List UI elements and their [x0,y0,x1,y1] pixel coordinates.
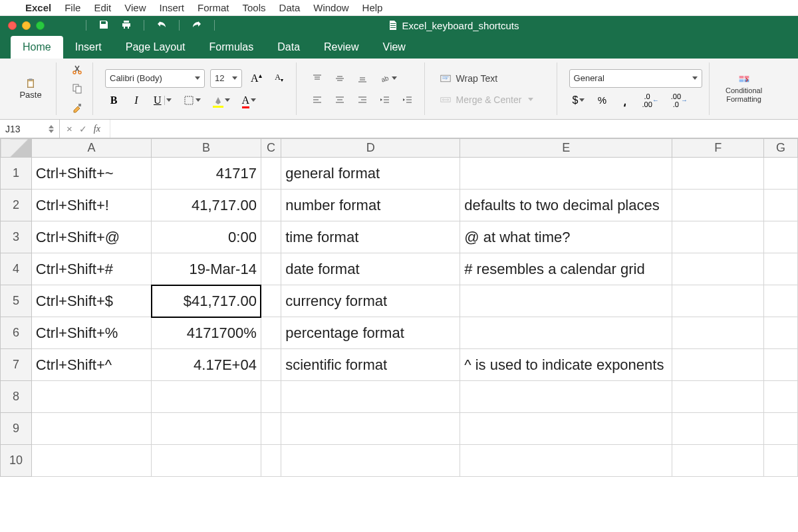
cell-G8[interactable] [763,381,797,413]
row-header-9[interactable]: 9 [1,413,32,445]
align-bottom-button[interactable] [354,70,371,87]
cell-F4[interactable] [672,253,764,285]
paste-button[interactable]: Paste [12,77,49,100]
col-header-G[interactable]: G [763,139,797,158]
cell-D6[interactable]: percentage format [281,317,460,349]
close-icon[interactable] [8,21,17,30]
mac-menu-window[interactable]: Window [313,2,348,13]
col-header-D[interactable]: D [281,139,460,158]
cell-B2[interactable]: 41,717.00 [152,190,261,221]
cancel-formula-icon[interactable]: × [66,123,72,134]
tab-view[interactable]: View [371,36,418,59]
cell-E2[interactable]: defaults to two decimal places [460,190,672,221]
cell-B5[interactable]: $41,717.00 [152,285,261,317]
cell-C1[interactable] [261,158,281,190]
enter-formula-icon[interactable]: ✓ [79,124,87,134]
mac-menu-app[interactable]: Excel [25,2,51,13]
accounting-format-button[interactable]: $ [569,92,589,109]
mac-menu-insert[interactable]: Insert [159,2,184,13]
cell-G10[interactable] [763,445,797,477]
cell-G9[interactable] [763,413,797,445]
cell-E3[interactable]: @ at what time? [460,221,672,253]
row-header-7[interactable]: 7 [1,349,32,381]
cell-F8[interactable] [672,381,764,413]
row-header-5[interactable]: 5 [1,285,32,317]
cell-E9[interactable] [460,413,672,445]
cell-A8[interactable] [31,381,152,413]
align-left-button[interactable] [309,91,326,108]
cell-D9[interactable] [281,413,460,445]
cell-C9[interactable] [261,413,281,445]
row-header-3[interactable]: 3 [1,221,32,253]
cell-B3[interactable]: 0:00 [152,221,261,253]
cell-A4[interactable]: Ctrl+Shift+# [31,253,152,285]
align-middle-button[interactable] [331,70,348,87]
minimize-icon[interactable] [22,21,31,30]
formula-input[interactable] [110,120,798,138]
cell-E10[interactable] [460,445,672,477]
select-all-corner[interactable] [1,139,32,158]
row-header-10[interactable]: 10 [1,445,32,477]
cell-C3[interactable] [261,221,281,253]
cell-G2[interactable] [763,190,797,221]
mac-menu-view[interactable]: View [124,2,146,13]
cell-C10[interactable] [261,445,281,477]
fx-icon[interactable]: fx [94,124,100,134]
col-header-C[interactable]: C [261,139,281,158]
cell-C4[interactable] [261,253,281,285]
align-right-button[interactable] [354,91,371,108]
align-top-button[interactable] [309,70,326,87]
cell-C2[interactable] [261,190,281,221]
borders-button[interactable] [180,92,204,109]
cell-A3[interactable]: Ctrl+Shift+@ [31,221,152,253]
cell-G3[interactable] [763,221,797,253]
row-header-4[interactable]: 4 [1,253,32,285]
tab-review[interactable]: Review [312,36,370,59]
font-color-button[interactable]: A [239,92,260,109]
underline-button[interactable]: U [150,92,175,109]
cell-F7[interactable] [672,349,764,381]
tab-home[interactable]: Home [11,36,63,59]
cell-D2[interactable]: number format [281,190,460,221]
cell-D3[interactable]: time format [281,221,460,253]
cell-G4[interactable] [763,253,797,285]
merge-center-button[interactable]: Merge & Center [437,91,550,108]
cell-F5[interactable] [672,285,764,317]
cell-B1[interactable]: 41717 [152,158,261,190]
tab-insert[interactable]: Insert [63,36,114,59]
cell-D1[interactable]: general format [281,158,460,190]
percent-format-button[interactable]: % [593,92,610,109]
cell-B10[interactable] [152,445,261,477]
fill-color-button[interactable] [209,92,233,109]
name-box-stepper[interactable] [49,125,54,133]
cell-D10[interactable] [281,445,460,477]
qat-redo-icon[interactable] [192,19,202,32]
copy-button[interactable] [68,81,86,96]
font-size-combo[interactable]: 12 [210,69,242,88]
cell-B4[interactable]: 19-Mar-14 [152,253,261,285]
cell-F9[interactable] [672,413,764,445]
mac-menu-data[interactable]: Data [279,2,301,13]
cell-C6[interactable] [261,317,281,349]
row-header-8[interactable]: 8 [1,381,32,413]
cell-C5[interactable] [261,285,281,317]
increase-indent-button[interactable] [399,91,416,108]
cell-B8[interactable] [152,381,261,413]
cell-C7[interactable] [261,349,281,381]
cell-A9[interactable] [31,413,152,445]
cell-A6[interactable]: Ctrl+Shift+% [31,317,152,349]
cell-D5[interactable]: currency format [281,285,460,317]
cell-B6[interactable]: 4171700% [152,317,261,349]
mac-menu-tools[interactable]: Tools [243,2,266,13]
cut-button[interactable] [68,63,86,77]
cell-E5[interactable] [460,285,672,317]
mac-menu-format[interactable]: Format [198,2,229,13]
decrease-decimal-button[interactable]: .00.0→ [668,92,691,109]
cell-A5[interactable]: Ctrl+Shift+$ [31,285,152,317]
qat-undo-icon[interactable] [156,19,167,32]
cell-E6[interactable] [460,317,672,349]
cell-D4[interactable]: date format [281,253,460,285]
italic-button[interactable]: I [128,92,145,109]
col-header-E[interactable]: E [460,139,672,158]
cell-G6[interactable] [763,317,797,349]
